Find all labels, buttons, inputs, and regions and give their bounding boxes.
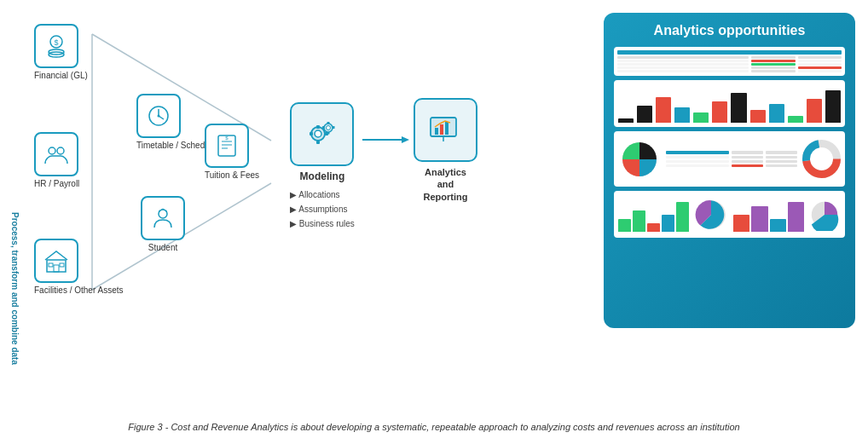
svg-rect-10 [54,265,59,272]
svg-rect-42 [445,122,448,135]
student-icon-box [141,196,185,240]
timetable-icon-box [136,94,181,138]
panel-title: Analytics opportunities [654,23,806,38]
svg-marker-36 [402,136,409,143]
svg-text:$: $ [225,135,229,141]
facilities-label: Facilities / Other Assets [34,285,123,295]
svg-rect-26 [316,141,320,144]
svg-rect-11 [49,263,53,267]
dashboard-images [614,47,845,238]
student-source: Student [141,196,185,252]
svg-rect-32 [327,132,330,135]
facilities-icon-box [34,239,78,283]
svg-point-24 [315,130,321,137]
financial-label: Financial (GL) [34,71,88,80]
modeling-box [290,102,354,166]
modeling-section: Modeling ▶ Allocations ▶ Assumptions ▶ B… [290,102,355,231]
svg-rect-40 [435,128,438,135]
analytics-box [414,98,477,162]
svg-point-7 [49,147,55,154]
svg-point-16 [158,115,160,118]
svg-point-8 [57,147,64,154]
tuition-source: $ Tuition & Fees [205,124,259,180]
analytics-label: Analytics and Reporting [414,166,477,203]
hr-icon-box [34,132,78,176]
financial-icon-box: $ [34,24,78,68]
tuition-icon-box: $ [205,124,249,168]
right-panel: Analytics opportunities [604,13,855,328]
modeling-subitem-1: ▶ Allocations [290,187,355,202]
dash-card-3 [614,131,845,187]
student-label: Student [141,243,185,252]
svg-rect-41 [440,124,443,135]
hr-label: HR / Payroll [34,179,79,188]
financial-source: $ Financial (GL) [34,24,88,80]
main-container: Process, transform and combine data $ [0,0,868,438]
svg-rect-34 [333,126,335,129]
dash-card-2 [614,80,845,127]
modeling-label: Modeling [290,170,355,182]
svg-rect-12 [60,263,64,267]
left-section: Process, transform and combine data $ [9,9,537,416]
modeling-subitems: ▶ Allocations ▶ Assumptions ▶ Business r… [290,187,355,231]
svg-point-30 [327,126,331,130]
analytics-section: Analytics and Reporting [414,98,477,203]
dash-card-1 [614,47,845,76]
diagram-area: Process, transform and combine data $ [9,9,859,416]
svg-rect-31 [327,122,330,124]
caption: Figure 3 - Cost and Revenue Analytics is… [9,420,859,435]
modeling-subitem-2: ▶ Assumptions [290,202,355,216]
svg-rect-9 [47,260,66,272]
svg-rect-27 [310,132,313,135]
svg-rect-33 [322,126,325,129]
hr-source: HR / Payroll [34,132,79,188]
dash-card-4 [614,191,845,238]
arrow-connector [362,135,409,145]
tuition-label: Tuition & Fees [205,170,259,180]
facilities-source: Facilities / Other Assets [34,239,123,295]
vertical-label: Process, transform and combine data [10,212,20,365]
svg-text:$: $ [54,38,58,47]
svg-rect-25 [316,125,320,129]
modeling-subitem-3: ▶ Business rules [290,216,355,231]
